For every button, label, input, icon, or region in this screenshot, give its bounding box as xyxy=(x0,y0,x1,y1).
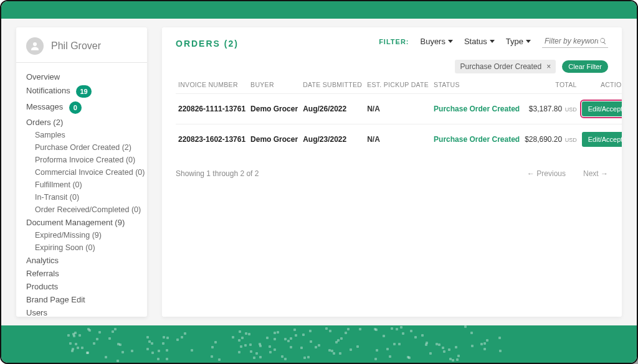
col-date: DATE SUBMITTED xyxy=(300,77,364,94)
search-icon xyxy=(599,37,607,45)
prev-page[interactable]: ← Previous xyxy=(527,169,566,178)
sidebar-item-samples[interactable]: Samples xyxy=(26,129,147,141)
table-row: 220826-1111-13761Demo GrocerAug/26/2022N… xyxy=(176,94,622,124)
filter-bar: FILTER: Buyers Status Type xyxy=(379,35,608,48)
sidebar-item-products[interactable]: Products xyxy=(26,280,147,293)
sidebar-item-brand-page[interactable]: Brand Page Edit xyxy=(26,293,147,306)
cell-status: Purchase Order Created xyxy=(431,124,522,155)
clear-filter-button[interactable]: Clear Filter xyxy=(562,60,608,73)
sidebar-item-messages[interactable]: Messages 0 xyxy=(26,100,147,116)
sidebar-item-referrals[interactable]: Referrals xyxy=(26,267,147,280)
page-title: ORDERS (2) xyxy=(176,39,239,49)
filter-chip-status: Purchase Order Created × xyxy=(455,60,556,73)
sidebar-item-expiring[interactable]: Expiring Soon (0) xyxy=(26,241,147,254)
cell-pickup: N/A xyxy=(364,124,431,155)
cell-buyer: Demo Grocer xyxy=(248,124,300,155)
sidebar-item-proforma[interactable]: Proforma Invoice Created (0) xyxy=(26,154,147,166)
sidebar-item-notifications[interactable]: Notifications 19 xyxy=(26,83,147,100)
search-input[interactable] xyxy=(543,36,599,46)
table-row: 220823-1602-13761Demo GrocerAug/23/2022N… xyxy=(176,124,622,155)
cell-action: Edit/Accept xyxy=(579,124,622,155)
notifications-badge: 19 xyxy=(76,85,91,98)
col-total: TOTAL xyxy=(522,77,579,94)
messages-badge: 0 xyxy=(69,101,82,114)
sidebar-item-analytics[interactable]: Analytics xyxy=(26,254,147,267)
cell-date: Aug/26/2022 xyxy=(300,94,364,124)
filter-type[interactable]: Type xyxy=(506,37,531,46)
person-icon xyxy=(29,40,40,52)
sidebar-item-fulfillment[interactable]: Fulfillment (0) xyxy=(26,179,147,191)
sidebar-item-overview[interactable]: Overview xyxy=(26,70,147,83)
cell-date: Aug/23/2022 xyxy=(300,124,364,155)
sidebar-item-expired[interactable]: Expired/Missing (9) xyxy=(26,229,147,241)
pager: Showing 1 through 2 of 2 ← Previous Next… xyxy=(176,169,608,178)
user-row: Phil Grover xyxy=(16,27,147,63)
showing-text: Showing 1 through 2 of 2 xyxy=(176,169,259,178)
chevron-down-icon xyxy=(448,40,453,43)
chevron-down-icon xyxy=(526,40,531,43)
sidebar-item-orders[interactable]: Orders (2) xyxy=(26,116,147,129)
sidebar-item-po-created[interactable]: Purchase Order Created (2) xyxy=(26,141,147,154)
cell-action: Edit/Accept xyxy=(579,94,622,124)
cell-total: $3,187.80 USD xyxy=(522,94,579,124)
close-icon[interactable]: × xyxy=(546,62,551,71)
svg-point-0 xyxy=(33,42,37,46)
col-invoice: INVOICE NUMBER xyxy=(176,77,248,94)
col-status: STATUS xyxy=(431,77,522,94)
filter-type-label: Type xyxy=(506,37,523,46)
chevron-down-icon xyxy=(490,40,495,43)
edit-accept-button[interactable]: Edit/Accept xyxy=(582,101,622,116)
col-action: ACTION xyxy=(579,77,622,94)
cell-pickup: N/A xyxy=(364,94,431,124)
sidebar-item-label: Messages xyxy=(26,102,63,111)
cell-status: Purchase Order Created xyxy=(431,94,522,124)
cell-invoice: 220823-1602-13761 xyxy=(176,124,248,155)
filter-label: FILTER: xyxy=(379,38,409,45)
main-panel: ORDERS (2) FILTER: Buyers Status Type xyxy=(162,27,622,317)
avatar xyxy=(26,37,44,55)
filter-status[interactable]: Status xyxy=(464,37,495,46)
cell-buyer: Demo Grocer xyxy=(248,94,300,124)
edit-accept-button[interactable]: Edit/Accept xyxy=(582,132,622,147)
sidebar-item-label: Notifications xyxy=(26,86,70,95)
sidebar: Phil Grover Overview Notifications 19 Me… xyxy=(16,27,147,317)
sidebar-item-completed[interactable]: Order Received/Completed (0) xyxy=(26,203,147,216)
filter-buyers-label: Buyers xyxy=(420,37,445,46)
search-input-wrap xyxy=(542,35,608,48)
cell-invoice: 220826-1111-13761 xyxy=(176,94,248,124)
sidebar-item-in-transit[interactable]: In-Transit (0) xyxy=(26,191,147,203)
sidebar-item-users[interactable]: Users xyxy=(26,306,147,317)
sidebar-item-commercial[interactable]: Commercial Invoice Created (0) xyxy=(26,166,147,179)
filter-chip-label: Purchase Order Created xyxy=(460,62,541,71)
col-pickup: EST. PICKUP DATE xyxy=(364,77,431,94)
user-name: Phil Grover xyxy=(51,40,101,52)
filter-status-label: Status xyxy=(464,37,487,46)
sidebar-item-doc-mgmt[interactable]: Document Management (9) xyxy=(26,216,147,229)
orders-table: INVOICE NUMBER BUYER DATE SUBMITTED EST.… xyxy=(176,77,622,154)
next-page[interactable]: Next → xyxy=(583,169,608,178)
cell-total: $28,690.20 USD xyxy=(522,124,579,155)
filter-buyers[interactable]: Buyers xyxy=(420,37,452,46)
col-buyer: BUYER xyxy=(248,77,300,94)
